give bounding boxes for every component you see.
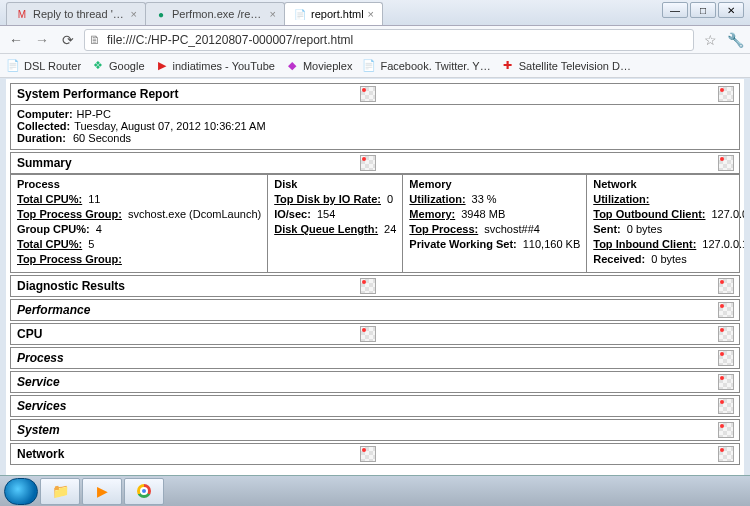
- start-button[interactable]: [4, 478, 38, 505]
- section-service: Service: [10, 371, 740, 393]
- section-title: System: [11, 420, 713, 440]
- tab-close-icon[interactable]: ×: [368, 8, 374, 20]
- bookmark-icon: ❖: [91, 59, 105, 73]
- taskbar-item-chrome[interactable]: [124, 478, 164, 505]
- meta-computer-value: HP-PC: [77, 108, 111, 120]
- tab-title: Reply to thread 'Perfmon.e…: [33, 8, 127, 20]
- section-header[interactable]: Process: [11, 348, 739, 368]
- maximize-button[interactable]: □: [690, 2, 716, 18]
- minimize-button[interactable]: —: [662, 2, 688, 18]
- windows-taskbar: 📁 ▶: [0, 475, 750, 506]
- bookmark-item[interactable]: ◆Movieplex: [285, 59, 353, 73]
- bookmark-star-icon[interactable]: ☆: [704, 32, 717, 48]
- address-bar[interactable]: 🗎 file:///C:/HP-PC_20120807-000007/repor…: [84, 29, 694, 51]
- site-icon: 🗎: [89, 33, 103, 47]
- summary-value: 110,160 KB: [523, 237, 581, 252]
- bookmark-item[interactable]: 📄Facebook. Twitter. Y…: [362, 59, 490, 73]
- report-meta: Computer:HP-PC Collected:Tuesday, August…: [11, 105, 739, 149]
- section-header[interactable]: Summary: [11, 153, 739, 174]
- bookmark-item[interactable]: ✚Satellite Television D…: [501, 59, 631, 73]
- bookmarks-bar: 📄DSL Router❖Google▶indiatimes - YouTube◆…: [0, 54, 750, 78]
- summary-row: Top Inbound Client:127.0.0.1: [593, 237, 744, 252]
- browser-tab[interactable]: ●Perfmon.exe /report not ge…×: [145, 2, 285, 25]
- toggle-icon[interactable]: [359, 277, 377, 295]
- forward-button[interactable]: →: [32, 30, 52, 50]
- section-header[interactable]: CPU: [11, 324, 739, 344]
- summary-value: 33 %: [472, 192, 497, 207]
- section-title: Diagnostic Results: [11, 276, 355, 296]
- tab-close-icon[interactable]: ×: [270, 8, 276, 20]
- bookmark-label: Satellite Television D…: [519, 60, 631, 72]
- section-network: Network: [10, 443, 740, 465]
- bookmark-item[interactable]: ❖Google: [91, 59, 144, 73]
- summary-value: 127.0.0.1: [711, 207, 744, 222]
- summary-value: 4: [96, 222, 102, 237]
- tab-title: Perfmon.exe /report not ge…: [172, 8, 266, 20]
- toggle-icon-right[interactable]: [717, 85, 735, 103]
- toggle-icon-right[interactable]: [717, 445, 735, 463]
- browser-tab[interactable]: 📄report.html×: [284, 2, 383, 25]
- toggle-icon-right[interactable]: [717, 277, 735, 295]
- toggle-icon-right[interactable]: [717, 301, 735, 319]
- tab-title: report.html: [311, 8, 364, 20]
- section-title: Performance: [11, 300, 713, 320]
- menu-icon[interactable]: 🔧: [727, 32, 744, 48]
- toggle-icon[interactable]: [359, 325, 377, 343]
- section-header[interactable]: Network: [11, 444, 739, 464]
- bookmark-item[interactable]: ▶indiatimes - YouTube: [155, 59, 275, 73]
- toggle-icon-right[interactable]: [717, 154, 735, 172]
- summary-value: 127.0.0.1: [702, 237, 744, 252]
- page-content: System Performance Report Computer:HP-PC…: [6, 79, 744, 475]
- bookmark-label: Google: [109, 60, 144, 72]
- section-header[interactable]: System: [11, 420, 739, 440]
- summary-key: Utilization:: [593, 192, 649, 207]
- section-header[interactable]: Performance: [11, 300, 739, 320]
- section-title: Network: [11, 444, 355, 464]
- window-controls: — □ ✕: [662, 2, 744, 18]
- toggle-icon[interactable]: [359, 445, 377, 463]
- close-window-button[interactable]: ✕: [718, 2, 744, 18]
- taskbar-item-mediaplayer[interactable]: ▶: [82, 478, 122, 505]
- section-system: System: [10, 419, 740, 441]
- summary-columns: Process Total CPU%:11Top Process Group:s…: [11, 174, 739, 272]
- summary-row: Total CPU%:5: [17, 237, 261, 252]
- reload-button[interactable]: ⟳: [58, 30, 78, 50]
- summary-value: 0 bytes: [651, 252, 686, 267]
- toggle-icon-right[interactable]: [717, 325, 735, 343]
- bookmark-item[interactable]: 📄DSL Router: [6, 59, 81, 73]
- summary-key: Sent:: [593, 222, 621, 237]
- summary-key: Top Process Group:: [17, 252, 122, 267]
- col-header: Disk: [274, 178, 396, 190]
- section-header[interactable]: Services: [11, 396, 739, 416]
- back-button[interactable]: ←: [6, 30, 26, 50]
- section-header[interactable]: Diagnostic Results: [11, 276, 739, 296]
- tab-favicon-icon: M: [15, 7, 29, 21]
- section-header[interactable]: Service: [11, 372, 739, 392]
- toggle-icon[interactable]: [359, 154, 377, 172]
- toggle-icon-right[interactable]: [717, 397, 735, 415]
- summary-key: Disk Queue Length:: [274, 222, 378, 237]
- toggle-icon-right[interactable]: [717, 421, 735, 439]
- bookmark-label: DSL Router: [24, 60, 81, 72]
- col-header: Memory: [409, 178, 580, 190]
- toggle-icon-right[interactable]: [717, 349, 735, 367]
- summary-col-process: Process Total CPU%:11Top Process Group:s…: [11, 175, 268, 272]
- summary-value: 154: [317, 207, 335, 222]
- toggle-icon[interactable]: [359, 85, 377, 103]
- summary-key: Utilization:: [409, 192, 465, 207]
- section-cpu: CPU: [10, 323, 740, 345]
- section-process: Process: [10, 347, 740, 369]
- browser-tab[interactable]: MReply to thread 'Perfmon.e…×: [6, 2, 146, 25]
- summary-col-memory: Memory Utilization:33 %Memory:3948 MBTop…: [403, 175, 587, 272]
- section-title: CPU: [11, 324, 355, 344]
- summary-row: Top Process Group:: [17, 252, 261, 267]
- tab-close-icon[interactable]: ×: [131, 8, 137, 20]
- address-bar-text: file:///C:/HP-PC_20120807-000007/report.…: [107, 33, 353, 47]
- summary-key: IO/sec:: [274, 207, 311, 222]
- section-title: Services: [11, 396, 713, 416]
- section-summary: Summary Process Total CPU%:11Top Process…: [10, 152, 740, 273]
- section-header[interactable]: System Performance Report: [11, 84, 739, 105]
- taskbar-item-explorer[interactable]: 📁: [40, 478, 80, 505]
- toggle-icon-right[interactable]: [717, 373, 735, 391]
- meta-collected-label: Collected:: [17, 120, 70, 132]
